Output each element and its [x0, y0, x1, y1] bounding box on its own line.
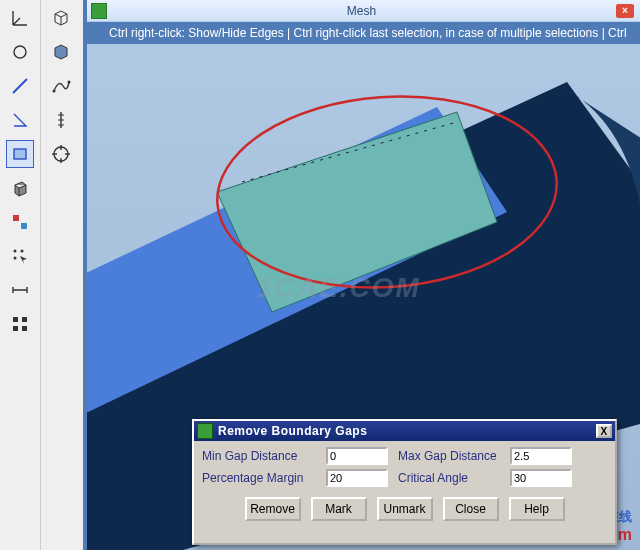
remove-boundary-gaps-dialog: Remove Boundary Gaps X Min Gap Distance …	[192, 419, 617, 545]
cube-icon[interactable]	[6, 174, 34, 202]
tool-column-2	[40, 0, 80, 550]
dialog-icon	[197, 423, 213, 439]
svg-point-5	[14, 250, 17, 253]
points-select-icon[interactable]	[6, 242, 34, 270]
width-icon[interactable]	[6, 276, 34, 304]
remove-button[interactable]: Remove	[245, 497, 301, 521]
svg-point-12	[52, 90, 55, 93]
svg-rect-4	[21, 223, 27, 229]
crit-angle-label: Critical Angle	[398, 471, 506, 485]
svg-rect-8	[13, 317, 18, 322]
tool-column-1	[0, 0, 40, 550]
max-gap-input[interactable]	[510, 447, 572, 465]
svg-rect-10	[13, 326, 18, 331]
axes-icon[interactable]	[6, 4, 34, 32]
rect-icon[interactable]	[6, 140, 34, 168]
min-gap-label: Min Gap Distance	[202, 449, 322, 463]
help-button[interactable]: Help	[509, 497, 565, 521]
wireframe-icon[interactable]	[47, 4, 75, 32]
dialog-title: Remove Boundary Gaps	[218, 424, 367, 438]
min-gap-input[interactable]	[326, 447, 388, 465]
crit-angle-input[interactable]	[510, 469, 572, 487]
svg-rect-11	[22, 326, 27, 331]
svg-point-7	[14, 257, 17, 260]
window-title: Mesh	[107, 4, 616, 18]
angle-icon[interactable]	[6, 106, 34, 134]
window-title-bar: Mesh ×	[87, 0, 640, 22]
unmark-button[interactable]: Unmark	[377, 497, 433, 521]
close-icon[interactable]: ×	[616, 4, 634, 18]
svg-rect-9	[22, 317, 27, 322]
mark-button[interactable]: Mark	[311, 497, 367, 521]
dialog-button-row: Remove Mark Unmark Close Help	[202, 497, 607, 521]
dialog-title-bar[interactable]: Remove Boundary Gaps X	[194, 421, 615, 441]
svg-line-1	[13, 79, 27, 93]
solid-icon[interactable]	[47, 38, 75, 66]
dialog-close-button[interactable]: X	[596, 424, 612, 438]
max-gap-label: Max Gap Distance	[398, 449, 506, 463]
target-icon[interactable]	[47, 140, 75, 168]
circle-icon[interactable]	[6, 38, 34, 66]
pct-margin-label: Percentage Margin	[202, 471, 322, 485]
grid-icon[interactable]	[6, 310, 34, 338]
line-icon[interactable]	[6, 72, 34, 100]
svg-rect-2	[14, 149, 26, 159]
dialog-body: Min Gap Distance Max Gap Distance Percen…	[194, 441, 615, 529]
svg-point-13	[67, 81, 70, 84]
spline-icon[interactable]	[47, 72, 75, 100]
svg-point-6	[21, 250, 24, 253]
close-button[interactable]: Close	[443, 497, 499, 521]
pct-margin-input[interactable]	[326, 469, 388, 487]
svg-rect-3	[13, 215, 19, 221]
shapes-icon[interactable]	[6, 208, 34, 236]
ruler-icon[interactable]	[47, 106, 75, 134]
left-toolbar	[0, 0, 83, 550]
svg-point-0	[14, 46, 26, 58]
app-icon	[91, 3, 107, 19]
